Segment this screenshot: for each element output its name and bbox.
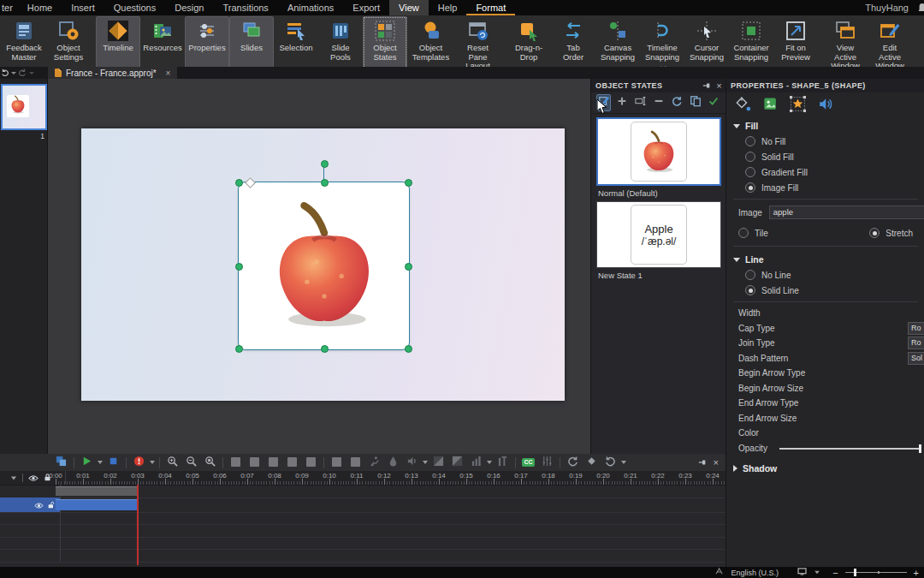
menu-item-animations[interactable]: Animations [278,0,343,15]
pin-icon[interactable] [702,81,711,90]
properties-tab-interactivity[interactable] [788,96,807,115]
fill-option-image-fill[interactable]: Image Fill [726,180,924,195]
redo-dropdown-arrow[interactable] [29,72,34,74]
keyframe-button[interactable] [585,456,598,469]
properties-tab-fill-line-style[interactable] [733,96,752,115]
track-unlock-icon[interactable] [48,498,55,513]
dropdown-arrow-icon[interactable] [423,461,428,464]
snap-5-button[interactable] [305,456,317,469]
transition-out-button[interactable] [349,456,362,469]
ribbon-button-cursor-snapping[interactable]: Cursor Snapping [684,16,729,63]
document-tab[interactable]: France - France.approj* × [48,67,177,79]
properties-tab-audio[interactable] [815,96,834,115]
record-button[interactable] [133,456,145,469]
reset-state-button[interactable] [670,94,684,111]
properties-tab-image-properties[interactable] [761,96,779,115]
menu-item-help[interactable]: Help [429,0,467,15]
snap-2-button[interactable] [248,456,261,469]
resize-handle-e[interactable] [405,263,412,271]
color-effect-button[interactable] [387,456,400,469]
ribbon-button-drag-n-drop[interactable]: Drag-n-Drop [506,16,551,63]
ribbon-button-resources[interactable]: Resources [140,16,185,68]
menu-item-design[interactable]: Design [165,0,213,15]
closed-caption-button[interactable]: CC [522,456,535,469]
ribbon-button-object-settings[interactable]: Object Settings [46,16,91,63]
menu-item-home[interactable]: Home [18,0,62,15]
track-eye-icon[interactable] [34,498,44,513]
zoom-slider-handle[interactable] [854,569,856,576]
menu-item-partial[interactable]: ter [0,0,18,15]
fill-section-header[interactable]: Fill [726,116,924,134]
menu-item-insert[interactable]: Insert [62,0,104,15]
apply-state-button[interactable] [707,94,721,111]
slide-canvas[interactable] [81,128,565,401]
add-state-button[interactable] [614,94,629,111]
ribbon-button-zoom[interactable]: Zoom [917,16,924,56]
dropdown-arrow-icon[interactable] [621,461,626,464]
dropdown-arrow-icon[interactable] [487,461,492,464]
join-type-dropdown[interactable]: Ro [908,337,924,349]
zoom-slider[interactable] [845,572,907,573]
ribbon-button-fit-on-preview[interactable]: Fit on Preview [773,16,818,63]
line-option-no-line[interactable]: No Line [726,267,924,283]
menu-item-view[interactable]: View [389,0,429,15]
opacity-slider-handle[interactable] [919,444,921,453]
ribbon-button-tab-order[interactable]: Tab Order [551,16,595,63]
resize-handle-w[interactable] [235,263,243,271]
fill-option-solid-fill[interactable]: Solid Fill [726,149,924,164]
ribbon-button-edit-active-window[interactable]: Edit Active Window [868,16,912,68]
zoom-fit-tl-button[interactable] [204,456,216,469]
notification-icon[interactable] [917,3,924,13]
track-options-arrow[interactable] [11,476,16,480]
zoom-out-button[interactable] [185,456,198,469]
audio-mixer-button[interactable] [541,456,554,469]
cap-type-dropdown[interactable]: Ro [908,322,924,335]
resize-handle-ne[interactable] [405,179,412,187]
menu-item-format[interactable]: Format [466,0,515,15]
slide-objects-button[interactable] [55,456,68,469]
pin-icon[interactable] [698,458,707,467]
ribbon-button-selection[interactable]: Selection [274,16,318,68]
ribbon-button-object-states[interactable]: Object States [363,16,407,68]
dropdown-arrow-icon[interactable] [150,461,155,464]
ribbon-button-slide-pools[interactable]: Slide Pools [318,16,363,68]
display-mode-arrow[interactable] [814,571,820,575]
resize-handle-nw[interactable] [235,179,243,187]
remove-state-button[interactable] [651,94,666,111]
timeline-track-row-6[interactable] [0,549,726,563]
line-option-solid-line[interactable]: Solid Line [726,283,924,298]
timeline-track-row-1[interactable] [0,485,726,498]
resize-handle-sw[interactable] [235,345,243,353]
language-label[interactable]: English (U.S.) [732,569,779,577]
corner-radius-adjust-handle[interactable] [245,177,256,188]
resize-handle-n[interactable] [321,179,329,187]
audio-effect-button[interactable] [406,456,418,469]
snap-3-button[interactable] [267,456,280,469]
menu-item-export[interactable]: Export [343,0,389,15]
ribbon-button-timeline-snapping[interactable]: Timeline Snapping [640,16,684,63]
snap-4-button[interactable] [286,456,299,469]
dropdown-arrow-icon[interactable] [98,461,103,464]
transition-in-button[interactable] [330,456,343,469]
ribbon-button-feedback-master[interactable]: Feedback Master [2,16,46,63]
undo-button[interactable] [0,68,9,79]
selected-object-duration-bar[interactable] [56,499,138,510]
tile-radio[interactable]: Tile [726,225,768,241]
fade-out-button[interactable] [451,456,464,469]
timeline-track-row-5[interactable] [0,537,726,550]
shadow-section-header[interactable]: Shadow [726,459,924,476]
zoom-in-control[interactable]: + [914,569,919,577]
ribbon-button-container-snapping[interactable]: Container Snapping [729,16,773,63]
visibility-column-eye-icon[interactable] [28,470,38,486]
image-name-input[interactable]: apple [769,206,924,219]
document-tab-close-icon[interactable]: × [166,69,171,78]
ribbon-button-view-active-window[interactable]: View Active Window [823,16,868,68]
insert-time-button[interactable] [566,456,579,469]
undo-dropdown-arrow[interactable] [11,72,16,74]
ribbon-button-object-templates[interactable]: Object Templates [407,16,454,68]
rotate-handle[interactable] [321,160,329,168]
resize-handle-s[interactable] [321,345,329,353]
ribbon-button-canvas-snapping[interactable]: Canvas Snapping [595,16,640,63]
display-mode-icon[interactable] [797,568,807,577]
copy-state-button[interactable] [688,94,702,111]
